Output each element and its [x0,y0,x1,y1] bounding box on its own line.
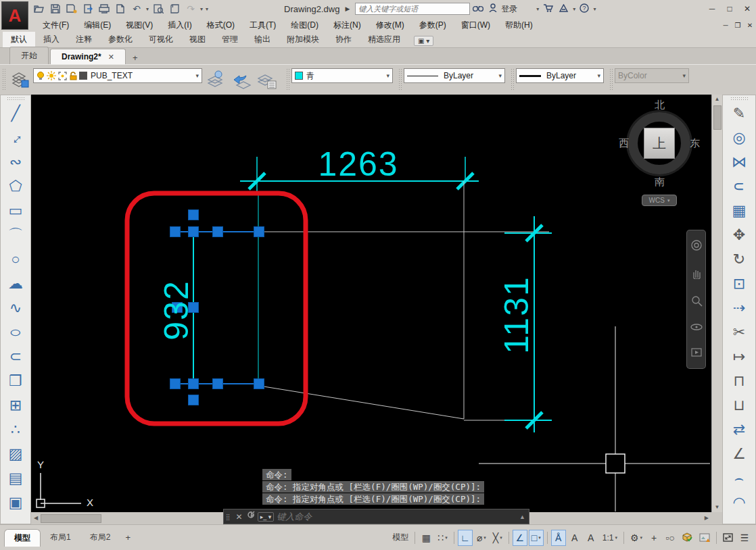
revision-cloud-tool[interactable]: ☁ [2,272,29,296]
layer-select[interactable]: PUB_TEXT ▾ [33,68,202,83]
clean-screen-icon[interactable] [696,530,713,546]
trim-tool[interactable]: ✂ [726,320,753,345]
move-tool[interactable]: ✥ [726,223,753,247]
hardware-acceleration-icon[interactable] [679,530,695,546]
toolbar-grip[interactable] [286,68,290,91]
app-store-cart-icon[interactable] [543,3,553,14]
transfer-icon[interactable] [80,2,95,16]
layout-tab-布局1[interactable]: 布局1 [41,529,80,546]
join-tool[interactable]: ⇄ [726,418,753,442]
wcs-menu[interactable]: WCS▾ [642,195,677,206]
preview-icon[interactable] [151,2,166,16]
navigation-wheel-icon[interactable] [690,239,703,254]
erase-tool[interactable]: ✎ [726,101,753,126]
layer-properties-icon[interactable] [7,67,33,93]
signin-label[interactable]: 登录 [501,3,517,15]
menu-item[interactable]: 视图(V) [118,20,160,31]
new-layout-button[interactable]: + [120,532,136,543]
plus-icon[interactable]: + [646,530,661,546]
toolbar-grip[interactable] [609,68,613,91]
dimension-932[interactable]: 932 [157,263,196,357]
hatch-tool[interactable]: ▨ [2,442,29,466]
color-select[interactable]: 青 ▾ [291,68,393,83]
region-tool[interactable]: ▣ [2,491,29,515]
circle-tool[interactable]: ○ [2,247,29,272]
scroll-down-icon[interactable]: ▼ [715,503,720,512]
navigation-bar[interactable] [686,230,706,369]
layout-tab-模型[interactable]: 模型 [4,529,41,547]
redo-icon[interactable]: ↷ [183,2,198,16]
layer-select-caret-icon[interactable]: ▾ [191,72,199,79]
layer-previous-icon[interactable] [228,67,254,93]
menu-item[interactable]: 工具(T) [242,20,283,31]
insert-block-tool[interactable]: ❐ [2,369,29,393]
chamfer-tool[interactable]: ∠ [726,442,753,466]
zoom-icon[interactable] [690,295,703,309]
vertical-scrollbar[interactable]: ▲ ▼ [711,95,722,512]
layer-states-icon[interactable] [254,67,279,93]
ribbon-tab-插入[interactable]: 插入 [35,32,68,47]
toolbar-grip[interactable] [730,97,748,100]
ribbon-panel-toggle-icon[interactable]: ▣ ▾ [414,36,433,46]
layout-tab-布局2[interactable]: 布局2 [80,529,120,546]
viewcube-east[interactable]: 东 [690,137,700,150]
menu-item[interactable]: 编辑(E) [76,20,118,31]
break-tool[interactable]: ⊔ [726,393,753,418]
qat-customize-icon[interactable]: ▾ [206,6,208,12]
rectangle-tool[interactable]: ▭ [2,199,29,223]
layer-viewport-freeze-icon[interactable] [58,72,67,80]
lineweight-select[interactable]: ByLayer ▾ [516,68,604,83]
polar-icon-caret-icon[interactable]: ▾ [483,535,486,541]
undo-caret-icon[interactable]: ▾ [146,6,149,12]
ribbon-tab-管理[interactable]: 管理 [214,32,246,47]
ribbon-tab-参数化[interactable]: 参数化 [100,32,141,47]
menu-item[interactable]: 绘图(D) [283,20,326,31]
annotation-scale-icon[interactable]: A [584,530,598,546]
scroll-right-icon[interactable]: ▶ [705,514,709,523]
toolbar-grip[interactable] [7,97,24,100]
snap-icon[interactable]: ∷▾ [435,530,450,546]
annotation-scale-value[interactable]: 1:1▾ [600,530,620,546]
layer-unlock-icon[interactable] [69,72,77,80]
maximize-button[interactable]: □ [721,4,738,14]
otrack-icon[interactable]: ∠ [513,530,527,546]
menu-item[interactable]: 标注(N) [326,20,369,31]
ribbon-tab-视图[interactable]: 视图 [181,32,214,47]
redo-caret-icon[interactable]: ▾ [200,6,203,12]
fillet-tool[interactable]: ⌢ [726,466,753,491]
customize-icon[interactable]: ☰ [737,530,752,546]
viewcube[interactable]: 北 南 西 东 上 [625,99,693,188]
linetype-select-caret-icon[interactable]: ▾ [494,72,502,79]
gradient-tool[interactable]: ▤ [2,466,29,491]
stretch-tool[interactable]: ⇢ [726,296,753,320]
ellipse-arc-tool[interactable]: ⊂ [2,345,29,369]
doc-minimize-button[interactable]: ─ [719,22,732,29]
isolate-objects-icon[interactable]: ▫○ [663,530,678,546]
ribbon-tab-协作[interactable]: 协作 [327,32,360,47]
recent-commands-icon[interactable]: ▸_ ▾ [258,512,275,522]
grid-icon[interactable]: ▦ [419,530,433,546]
isodraft-icon[interactable]: ╳▾ [490,530,505,546]
workspace-gear-icon-caret-icon[interactable]: ▾ [640,535,642,541]
break-at-point-tool[interactable]: ⊓ [726,369,753,393]
ribbon-tab-输出[interactable]: 输出 [246,32,279,47]
color-select-caret-icon[interactable]: ▾ [382,72,389,79]
signin-user-icon[interactable] [489,3,497,14]
ribbon-tab-精选应用[interactable]: 精选应用 [360,32,408,47]
minimize-button[interactable]: ─ [703,4,721,14]
annotation-autoscale-icon[interactable]: A [567,530,582,546]
toolbar-grip[interactable] [511,68,515,91]
menu-item[interactable]: 修改(M) [369,20,412,31]
linetype-select[interactable]: ByLayer ▾ [404,68,505,83]
annotation-visibility-icon[interactable]: Å [551,530,566,546]
viewcube-north[interactable]: 北 [655,99,665,111]
cmdbar-close-icon[interactable]: ✕ [236,512,243,522]
viewcube-top-face[interactable]: 上 [644,128,675,159]
menu-item[interactable]: 插入(I) [160,20,199,31]
line-tool[interactable]: ╱ [2,101,29,126]
spline-tool[interactable]: ∿ [2,296,29,320]
cmdbar-grip[interactable]: ⣿ [226,514,231,520]
toolbar-grip[interactable] [2,68,6,91]
viewcube-south[interactable]: 南 [655,176,665,189]
help-icon[interactable]: ? [580,3,589,15]
